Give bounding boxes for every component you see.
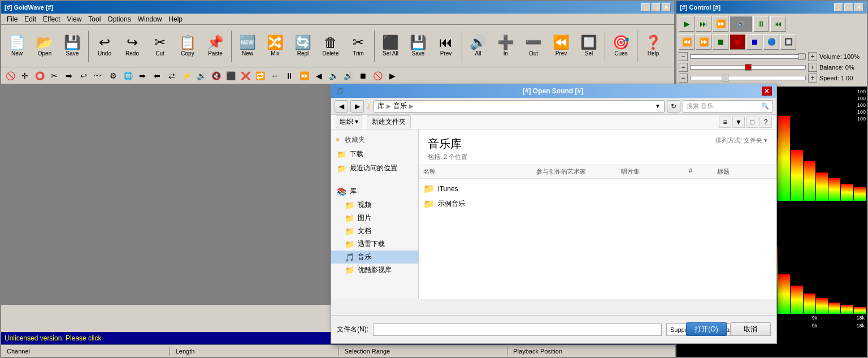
- toolbar-all-btn[interactable]: 🔊 All: [465, 28, 492, 64]
- speaker-btn[interactable]: 🔊: [730, 16, 752, 32]
- t2-btn20[interactable]: ⏸: [283, 69, 296, 83]
- refresh-btn[interactable]: ↻: [667, 100, 680, 113]
- cancel-btn[interactable]: 取消: [730, 322, 771, 336]
- close-btn[interactable]: ✕: [662, 3, 671, 11]
- toolbar-save2-btn[interactable]: 💾 Save: [405, 28, 432, 64]
- skip-forward-btn[interactable]: ⏭: [696, 16, 711, 32]
- t2-btn25[interactable]: ⏹: [356, 69, 370, 83]
- t2-btn19[interactable]: ↔: [268, 69, 281, 83]
- toolbar-undo-btn[interactable]: ↩ Undo: [91, 28, 118, 64]
- toolbar-copy-btn[interactable]: 📋 Copy: [174, 28, 201, 64]
- sidebar-video[interactable]: 📁 视频: [331, 199, 418, 212]
- toolbar-new2-btn[interactable]: 🆕 New: [234, 28, 261, 64]
- t2-btn4[interactable]: ✂: [47, 69, 61, 83]
- address-bar[interactable]: 库 ▶ 音乐 ▶ ▼: [374, 100, 665, 113]
- sidebar-music[interactable]: 🎵 音乐: [331, 251, 418, 264]
- volume-slider[interactable]: [690, 54, 806, 59]
- sidebar-library[interactable]: 📚 库: [331, 184, 418, 199]
- toolbar-sel-btn[interactable]: 🔲 Sel: [575, 28, 602, 64]
- balance-plus-btn[interactable]: +: [808, 63, 817, 72]
- view-preview-btn[interactable]: □: [746, 117, 758, 128]
- file-item-sample-music[interactable]: 📁 示例音乐: [419, 196, 776, 212]
- filename-input[interactable]: [373, 324, 662, 336]
- menu-file[interactable]: File: [3, 15, 21, 24]
- t2-btn16[interactable]: ⬛: [224, 69, 237, 83]
- toolbar-paste-btn[interactable]: 📌 Paste: [202, 28, 229, 64]
- toolbar-out-btn[interactable]: ➖ Out: [520, 28, 547, 64]
- record2-btn[interactable]: ⏹: [747, 34, 762, 50]
- col-header-album[interactable]: 唱片集: [621, 167, 689, 176]
- toolbar-new-btn[interactable]: 📄 New: [3, 28, 31, 64]
- record-btn[interactable]: ⏺: [730, 34, 745, 50]
- menu-view[interactable]: View: [64, 15, 85, 24]
- t2-btn15[interactable]: 🔇: [209, 69, 223, 83]
- skip-end-btn[interactable]: ⏩: [713, 16, 728, 32]
- ctrl-maximize-btn[interactable]: □: [844, 3, 853, 11]
- view-details-btn[interactable]: ≡: [719, 117, 731, 128]
- toolbar-help-btn[interactable]: ❓ Help: [640, 28, 667, 64]
- menu-effect[interactable]: Effect: [40, 15, 63, 24]
- menu-help[interactable]: Help: [165, 15, 186, 24]
- t2-btn2[interactable]: ✛: [18, 69, 32, 83]
- sidebar-pictures[interactable]: 📁 图片: [331, 212, 418, 225]
- t2-btn14[interactable]: 🔊: [194, 69, 208, 83]
- t2-btn9[interactable]: 🌐: [121, 69, 134, 83]
- speed-slider[interactable]: [690, 76, 806, 80]
- toolbar-cut-btn[interactable]: ✂ Cut: [146, 28, 173, 64]
- channel-btn[interactable]: 🔲: [780, 34, 796, 50]
- view-dropdown-btn[interactable]: ▼: [732, 117, 745, 128]
- loop-btn[interactable]: 🔵: [763, 34, 779, 50]
- t2-btn21[interactable]: ⏩: [297, 69, 311, 83]
- t2-btn27[interactable]: ▶: [385, 69, 399, 83]
- menu-edit[interactable]: Edit: [21, 15, 40, 24]
- file-item-itunes[interactable]: 📁 iTunes: [419, 181, 776, 196]
- sidebar-recent[interactable]: 📁 最近访问的位置: [331, 161, 418, 175]
- organize-btn[interactable]: 组织 ▾: [336, 115, 362, 128]
- t2-btn6[interactable]: ↩: [77, 69, 90, 83]
- balance-slider[interactable]: [690, 65, 806, 70]
- maximize-btn[interactable]: □: [652, 3, 661, 11]
- t2-btn26[interactable]: 🚫: [371, 69, 384, 83]
- sidebar-download[interactable]: 📁 下载: [331, 147, 418, 161]
- t2-btn17[interactable]: ❌: [238, 69, 252, 83]
- t2-btn18[interactable]: 🔁: [253, 69, 267, 83]
- fast-forward-btn[interactable]: ⏩: [696, 34, 711, 50]
- toolbar-open-btn[interactable]: 📂 Open: [31, 28, 58, 64]
- t2-btn3[interactable]: ⭕: [33, 69, 46, 83]
- toolbar-selall-btn[interactable]: ⬛ Sel All: [377, 28, 404, 64]
- toolbar-in-btn[interactable]: ➕ In: [492, 28, 519, 64]
- sort-area[interactable]: 排列方式: 文件夹 ▾: [715, 136, 767, 145]
- balance-minus-btn[interactable]: −: [679, 63, 688, 72]
- t2-btn1[interactable]: 🚫: [3, 69, 17, 83]
- t2-btn11[interactable]: ⬅: [150, 69, 164, 83]
- pause-btn[interactable]: ⏸: [753, 16, 769, 32]
- address-dropdown-btn[interactable]: ▼: [655, 103, 661, 109]
- minimize-btn[interactable]: _: [641, 3, 650, 11]
- forward-btn[interactable]: ▶: [350, 100, 364, 113]
- t2-btn24[interactable]: 🔊: [341, 69, 355, 83]
- sidebar-xunlei[interactable]: 📁 迅雷下载: [331, 238, 418, 251]
- t2-btn5[interactable]: ➡: [62, 69, 76, 83]
- toolbar-delete-btn[interactable]: 🗑 Delete: [317, 28, 344, 64]
- menu-options[interactable]: Options: [104, 15, 134, 24]
- menu-tool[interactable]: Tool: [85, 15, 104, 24]
- toolbar-save-btn[interactable]: 💾 Save: [59, 28, 86, 64]
- col-header-artist[interactable]: 参与创作的艺术家: [536, 167, 621, 176]
- open-btn[interactable]: 打开(O): [686, 322, 727, 336]
- menu-window[interactable]: Window: [134, 15, 166, 24]
- toolbar-trim-btn[interactable]: ✂ Trim: [345, 28, 372, 64]
- skip-back-btn[interactable]: ⏮: [770, 16, 786, 32]
- sidebar-documents[interactable]: 📁 文档: [331, 225, 418, 238]
- ctrl-minimize-btn[interactable]: _: [834, 3, 843, 11]
- col-header-title[interactable]: 标题: [717, 167, 772, 176]
- speed-plus-btn[interactable]: +: [808, 74, 817, 83]
- toolbar-prev2-btn[interactable]: ⏪ Prev: [548, 28, 575, 64]
- sidebar-youku[interactable]: 📁 优酷影视库: [331, 264, 418, 277]
- speed-minus-btn[interactable]: −: [679, 74, 688, 83]
- ctrl-close-btn[interactable]: ✕: [854, 3, 863, 11]
- play-btn[interactable]: ▶: [679, 16, 695, 32]
- toolbar-cues-btn[interactable]: 🎯 Cues: [607, 28, 635, 64]
- breadcrumb-music[interactable]: 音乐: [393, 101, 407, 111]
- stop-btn[interactable]: ⏹: [713, 34, 728, 50]
- toolbar-repl-btn[interactable]: 🔄 Repl: [289, 28, 316, 64]
